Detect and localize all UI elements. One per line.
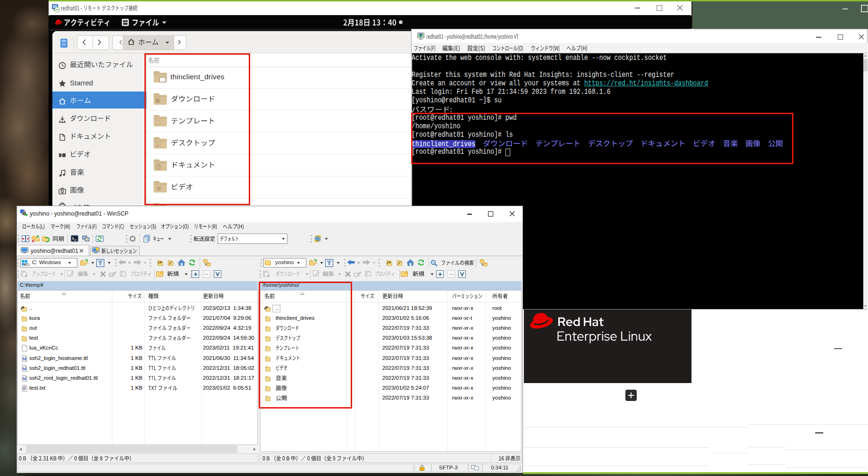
svg-text:M: M [23,357,27,361]
svg-text:x: x [110,274,111,276]
svg-text:M: M [23,376,27,381]
svg-text:M: M [23,367,27,371]
